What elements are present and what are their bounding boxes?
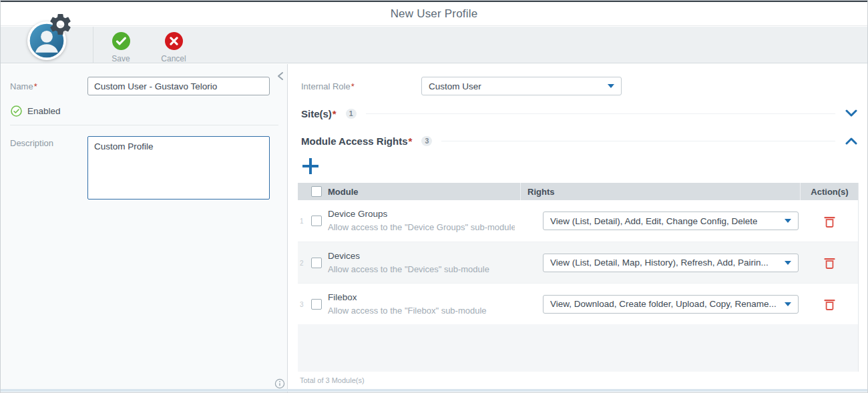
name-input[interactable] xyxy=(87,77,270,95)
section-rule xyxy=(366,113,835,114)
actions-column-header: Action(s) xyxy=(800,183,859,200)
row-checkbox[interactable] xyxy=(311,299,322,310)
required-asterisk: * xyxy=(34,81,37,91)
rights-value: View, Download, Create folder, Upload, C… xyxy=(550,299,777,309)
row-index: 1 xyxy=(300,218,304,225)
gear-icon xyxy=(47,11,73,37)
required-asterisk: * xyxy=(333,108,337,119)
row-index: 3 xyxy=(300,300,304,308)
module-description: Allow access to the "Filebox" sub-module xyxy=(328,304,515,318)
rights-value: View (List, Detail), Add, Edit, Change C… xyxy=(550,216,757,226)
delete-row-button[interactable] xyxy=(821,255,837,271)
chevron-down-icon xyxy=(785,261,791,265)
save-button[interactable]: Save xyxy=(103,32,138,63)
page-title: New User Profile xyxy=(391,7,478,21)
internal-role-select[interactable]: Custom User xyxy=(421,77,622,95)
left-panel: Name* Enabled Description xyxy=(1,64,288,393)
rights-select[interactable]: View, Download, Create folder, Upload, C… xyxy=(543,295,799,314)
cancel-button[interactable]: Cancel xyxy=(156,32,191,63)
delete-row-button[interactable] xyxy=(821,213,837,229)
row-checkbox[interactable] xyxy=(311,216,322,226)
trash-icon xyxy=(824,215,835,228)
table-row: 2 Devices Allow access to the "Devices" … xyxy=(298,242,858,283)
rights-value: View (List, Detail, Map, History), Refre… xyxy=(550,258,769,268)
table-row: 3 Filebox Allow access to the "Filebox" … xyxy=(298,283,858,324)
right-panel: Internal Role* Custom User Site(s)* 1 Mo… xyxy=(288,64,868,393)
enabled-label: Enabled xyxy=(27,106,61,116)
delete-row-button[interactable] xyxy=(821,296,837,312)
rights-column-header: Rights xyxy=(520,183,800,200)
enabled-check-icon xyxy=(11,105,22,117)
add-module-button[interactable] xyxy=(300,156,321,177)
cancel-x-icon xyxy=(165,32,183,52)
plus-icon xyxy=(300,156,320,176)
row-checkbox[interactable] xyxy=(311,258,322,268)
module-column-header: Module xyxy=(324,185,520,198)
section-rule xyxy=(441,141,835,141)
sites-count-badge: 1 xyxy=(346,109,357,119)
trash-icon xyxy=(824,298,835,310)
cancel-label: Cancel xyxy=(161,54,186,63)
module-access-count-badge: 3 xyxy=(421,136,432,146)
module-access-table: Module Rights Action(s) 1 Device Groups … xyxy=(298,183,859,372)
rights-select[interactable]: View (List, Detail), Add, Edit, Change C… xyxy=(543,212,799,230)
chevron-down-icon xyxy=(785,302,791,306)
internal-role-label: Internal Role* xyxy=(301,81,355,91)
module-name: Devices xyxy=(328,250,515,263)
description-label: Description xyxy=(10,138,53,148)
table-row: 1 Device Groups Allow access to the "Dev… xyxy=(298,200,858,242)
left-panel-divider xyxy=(10,125,278,125)
table-total-text: Total of 3 Module(s) xyxy=(300,376,365,384)
module-description: Allow access to the "Device Groups" sub-… xyxy=(328,221,515,234)
new-user-profile-dialog: New User Profile xyxy=(0,0,868,393)
table-header-row: Module Rights Action(s) xyxy=(298,183,858,200)
collapse-panel-chevron[interactable] xyxy=(276,71,285,81)
rights-select[interactable]: View (List, Detail, Map, History), Refre… xyxy=(543,254,799,272)
internal-role-value: Custom User xyxy=(429,81,481,91)
module-access-section-header: Module Access Rights* 3 xyxy=(301,133,858,148)
required-asterisk: * xyxy=(351,81,355,91)
table-empty-area xyxy=(298,324,858,372)
required-asterisk: * xyxy=(408,135,412,147)
bottom-scrollbar-track[interactable] xyxy=(1,389,867,392)
toolbar-separator xyxy=(93,27,93,63)
module-name: Filebox xyxy=(328,291,515,304)
dialog-titlebar: New User Profile xyxy=(1,2,867,26)
module-access-collapse-chevron-icon[interactable] xyxy=(845,136,858,145)
save-check-icon xyxy=(112,32,130,52)
module-name: Device Groups xyxy=(328,208,515,221)
trash-icon xyxy=(824,256,835,269)
chevron-down-icon xyxy=(608,84,614,88)
name-label: Name* xyxy=(10,81,37,91)
select-all-checkbox[interactable] xyxy=(311,186,322,197)
info-icon[interactable] xyxy=(274,378,285,389)
description-textarea[interactable] xyxy=(87,136,270,200)
sites-section-header: Site(s)* 1 xyxy=(301,106,858,121)
select-all-cell xyxy=(298,183,324,200)
save-label: Save xyxy=(112,54,130,63)
sites-title: Site(s)* xyxy=(301,108,337,119)
chevron-down-icon xyxy=(785,219,791,223)
enabled-toggle[interactable]: Enabled xyxy=(11,105,61,117)
module-description: Allow access to the "Devices" sub-module xyxy=(328,263,515,276)
row-index: 2 xyxy=(300,259,304,266)
module-access-title: Module Access Rights* xyxy=(301,135,412,147)
sites-expand-chevron-icon[interactable] xyxy=(845,109,858,118)
